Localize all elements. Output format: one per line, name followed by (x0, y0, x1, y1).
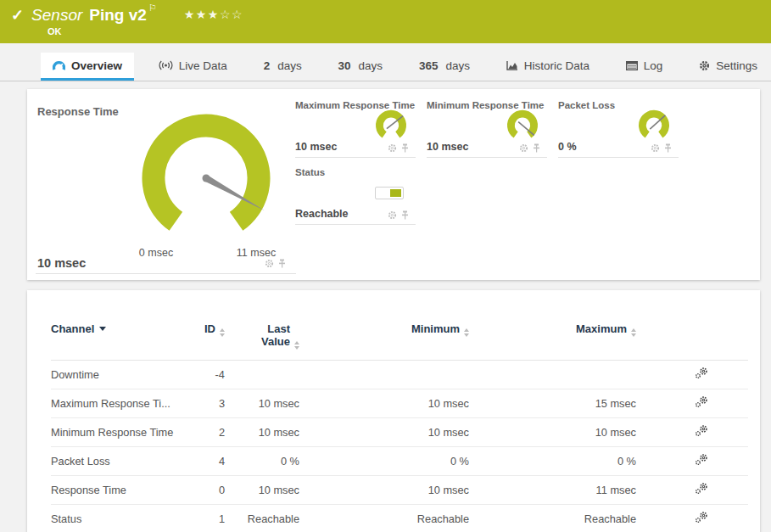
tab-live-data[interactable]: Live Data (147, 53, 239, 81)
tab-number: 2 (264, 59, 271, 72)
header-last-value[interactable]: Last Value (225, 322, 299, 360)
channel-minimum: 10 msec (299, 417, 469, 446)
status-toggle-knob (390, 189, 401, 197)
channel-minimum: 10 msec (299, 389, 469, 417)
min-response-time-gauge (502, 108, 543, 148)
sort-icon (294, 341, 299, 350)
channel-settings-icon[interactable] (695, 511, 709, 524)
channel-name: Maximum Response Ti... (51, 389, 187, 417)
table-row: Minimum Response Time 2 10 msec 10 msec … (51, 417, 748, 446)
tab-label: days (445, 59, 470, 72)
channel-last-value: 0 % (225, 446, 299, 475)
gauge-gear-icon[interactable] (388, 143, 397, 153)
channel-id: 3 (187, 389, 225, 417)
tab-2-days[interactable]: 2 days (252, 53, 314, 81)
tab-30-days[interactable]: 30 days (327, 53, 395, 81)
table-row: Status 1 Reachable Reachable Reachable (51, 504, 748, 532)
channel-last-value: 10 msec (225, 475, 299, 504)
channel-settings-icon[interactable] (695, 482, 709, 495)
channel-last-value: Reachable (225, 504, 299, 532)
channel-name: Packet Loss (51, 446, 187, 475)
max-response-time-gauge-block: Maximum Response Time 10 msec (295, 100, 416, 158)
tab-label: Settings (716, 59, 757, 72)
tab-label: days (359, 59, 383, 72)
priority-stars[interactable]: ★★★☆☆ (184, 6, 243, 23)
channel-settings-icon[interactable] (695, 453, 709, 466)
header-label: Minimum (411, 322, 460, 335)
header-channel[interactable]: Channel (51, 322, 187, 360)
log-list-icon (626, 61, 638, 70)
gauge-title: Response Time (37, 105, 119, 118)
gauges-panel: Response Time 0 msec 11 msec 10 msec Max… (27, 89, 760, 280)
gauge-value: 0 % (558, 141, 577, 153)
header-label: Channel (51, 322, 94, 335)
channel-last-value: 10 msec (225, 389, 299, 417)
gauge-gear-icon[interactable] (519, 143, 528, 153)
channel-name: Downtime (51, 360, 187, 389)
flag-icon[interactable]: ⚐ (148, 3, 157, 14)
channel-minimum: 0 % (299, 446, 469, 475)
packet-loss-gauge-block: Packet Loss 0 % (558, 100, 679, 158)
sort-icon (464, 328, 469, 337)
pin-icon[interactable] (401, 143, 409, 153)
pin-icon[interactable] (664, 143, 672, 153)
channels-table: Channel ID Last Value Minimum Maximum (51, 322, 748, 532)
ok-check-icon: ✓ (11, 6, 24, 25)
channel-settings-icon[interactable] (695, 424, 709, 437)
channels-panel: Channel ID Last Value Minimum Maximum (27, 290, 760, 532)
header-settings (636, 322, 748, 360)
header-id[interactable]: ID (187, 322, 225, 360)
sort-icon (631, 328, 636, 337)
tab-365-days[interactable]: 365 days (407, 53, 482, 81)
tab-number: 365 (419, 59, 439, 72)
gauge-value: 10 msec (295, 141, 337, 153)
gauge-gear-icon[interactable] (265, 259, 274, 268)
header-maximum[interactable]: Maximum (469, 322, 636, 360)
table-row: Packet Loss 4 0 % 0 % 0 % (51, 446, 748, 475)
channel-name: Minimum Response Time (51, 417, 187, 446)
channel-settings-icon[interactable] (695, 395, 709, 408)
sensor-status-badge: OK (47, 26, 771, 36)
prtg-sensor-page: { "header": { "check_icon": "✓", "kind_l… (0, 0, 771, 532)
sensor-name: Ping v2 (89, 6, 147, 25)
tab-log[interactable]: Log (614, 53, 675, 81)
channel-id: 1 (187, 504, 225, 532)
gauge-value: 10 msec (427, 141, 468, 153)
channel-id: -4 (187, 360, 225, 389)
gauge-gear-icon[interactable] (651, 143, 660, 153)
packet-loss-gauge (634, 108, 674, 148)
channel-maximum: 10 msec (469, 417, 636, 446)
header-label: Maximum (576, 322, 627, 335)
channel-maximum: Reachable (469, 504, 636, 532)
channel-id: 4 (187, 446, 225, 475)
sensor-header: ✓ Sensor Ping v2 ⚐ ★★★☆☆ OK (0, 0, 771, 43)
gauge-gear-icon[interactable] (388, 210, 397, 220)
channel-name: Status (51, 504, 187, 532)
max-response-time-gauge (371, 108, 411, 148)
min-response-time-gauge-block: Minimum Response Time 10 msec (427, 100, 547, 158)
object-kind-label: Sensor (31, 6, 82, 25)
tab-historic-data[interactable]: Historic Data (494, 53, 601, 81)
mini-gauge-grid: Maximum Response Time 10 msec Minimum Re… (295, 100, 679, 225)
gauge-value: Reachable (295, 208, 349, 220)
table-row: Maximum Response Ti... 3 10 msec 10 msec… (51, 389, 748, 417)
status-toggle (375, 187, 404, 199)
tab-label: Overview (71, 59, 122, 72)
pin-icon[interactable] (533, 143, 540, 153)
tab-overview[interactable]: Overview (41, 53, 134, 81)
tab-label: Historic Data (524, 59, 589, 72)
channel-minimum (299, 360, 469, 389)
status-block: Status Reachable (295, 167, 416, 225)
channel-maximum: 15 msec (469, 389, 636, 417)
pin-icon[interactable] (401, 210, 409, 220)
tab-label: days (277, 59, 302, 72)
channel-settings-icon[interactable] (695, 367, 709, 379)
header-label: ID (204, 322, 215, 335)
tab-number: 30 (338, 59, 351, 72)
channel-name: Response Time (51, 475, 187, 504)
tab-label: Live Data (179, 59, 227, 72)
channel-minimum: Reachable (299, 504, 469, 532)
tab-settings[interactable]: Settings (687, 53, 769, 81)
header-minimum[interactable]: Minimum (299, 322, 469, 360)
pin-icon[interactable] (278, 259, 286, 268)
